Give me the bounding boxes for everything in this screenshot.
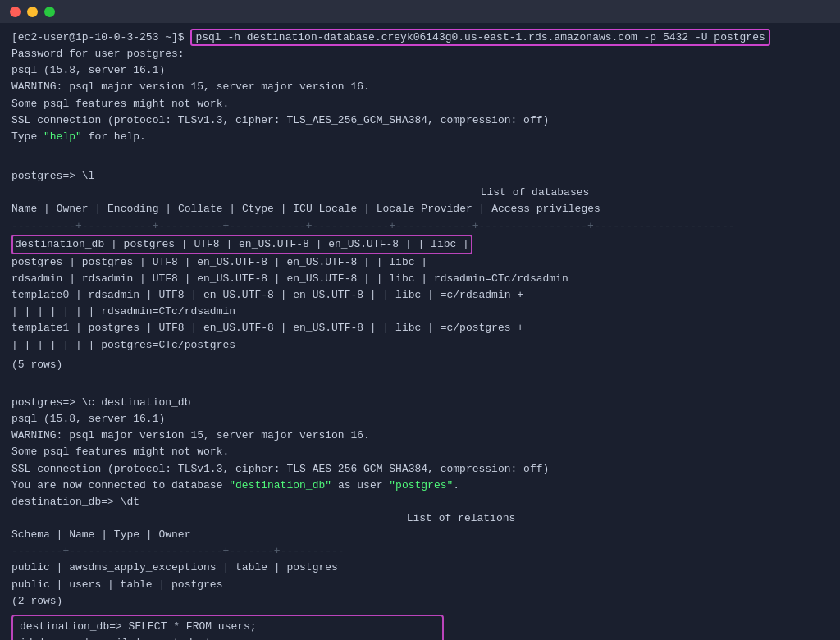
- connect-db-name: "destination_db": [229, 479, 331, 491]
- help-line: Type "help" for help.: [11, 129, 829, 145]
- rel-rows-count: (2 rows): [11, 593, 829, 610]
- psql-cmd-box: psql -h destination-database.creyk06i43g…: [190, 29, 769, 46]
- connect-now-mid: as user: [331, 479, 389, 491]
- template0-access-cont: | | | | | | | rdsadmin=CTc/rdsadmin: [11, 304, 829, 320]
- maximize-button[interactable]: [44, 7, 55, 17]
- terminal-window: [ec2-user@ip-10-0-3-253 ~]$ psql -h dest…: [0, 0, 840, 640]
- help-prefix: Type: [11, 130, 43, 143]
- connect-ssl: SSL connection (protocol: TLSv1.3, ciphe…: [11, 461, 829, 478]
- destination-db-row: destination_db | postgres | UTF8 | en_US…: [11, 235, 472, 254]
- list-command: postgres=> \l: [11, 168, 829, 185]
- postgres-row: postgres | postgres | UTF8 | en_US.UTF-8…: [11, 254, 829, 271]
- template1-access-cont: | | | | | | | postgres=CTc/postgres: [11, 337, 829, 354]
- ssl-line: SSL connection (protocol: TLSv1.3, ciphe…: [11, 112, 829, 129]
- rel-row-2: public | users | table | postgres: [11, 577, 829, 593]
- connect-user: "postgres": [389, 479, 453, 491]
- blank-line1: [11, 152, 829, 168]
- db-header: Name | Owner | Encoding | Collate | Ctyp…: [11, 201, 829, 217]
- rdsadmin-row: rdsadmin | rdsadmin | UTF8 | en_US.UTF-8…: [11, 271, 829, 287]
- warning-line1: WARNING: psql major version 15, server m…: [11, 79, 829, 95]
- title-bar: [0, 0, 840, 23]
- connect-cmd: postgres=> \c destination_db: [11, 395, 829, 411]
- connect-now-end: .: [453, 479, 459, 491]
- first-command-line: [ec2-user@ip-10-0-3-253 ~]$ psql -h dest…: [11, 30, 829, 46]
- prompt-text: [ec2-user@ip-10-0-3-253 ~]$: [11, 31, 185, 43]
- blank-line2: [11, 378, 829, 395]
- relations-title: List of relations: [11, 510, 829, 527]
- help-suffix: for help.: [82, 130, 146, 143]
- template1-row: template1 | postgres | UTF8 | en_US.UTF-…: [11, 320, 829, 336]
- terminal-content: [ec2-user@ip-10-0-3-253 ~]$ psql -h dest…: [0, 23, 840, 640]
- connect-version: psql (15.8, server 16.1): [11, 411, 829, 427]
- password-line: Password for user postgres:: [11, 46, 829, 62]
- version-line: psql (15.8, server 16.1): [11, 62, 829, 79]
- help-word: "help": [43, 130, 82, 143]
- db-separator: ----------+-----------+----------+------…: [11, 218, 829, 235]
- rel-separator: --------+------------------------+------…: [11, 543, 829, 560]
- minimize-button[interactable]: [27, 7, 38, 17]
- rel-header: Schema | Name | Type | Owner: [11, 527, 829, 543]
- connect-now-line: You are now connected to database "desti…: [11, 478, 829, 494]
- select-cmd: destination_db=> SELECT * FROM users;: [20, 619, 436, 635]
- db-rows-count: (5 rows): [11, 357, 829, 373]
- warning-line2: Some psql features might not work.: [11, 96, 829, 112]
- close-button[interactable]: [10, 7, 21, 17]
- list-title: List of databases: [11, 185, 829, 201]
- rel-row-1: public | awsdms_apply_exceptions | table…: [11, 560, 829, 576]
- select-section: destination_db=> SELECT * FROM users; id…: [11, 615, 444, 640]
- col-name-header: Name | Owner | Encoding | Collate | Ctyp…: [11, 203, 600, 215]
- dt-cmd: destination_db=> \dt: [11, 494, 829, 510]
- template0-row: template0 | rdsadmin | UTF8 | en_US.UTF-…: [11, 287, 829, 304]
- connect-now-prefix: You are now connected to database: [11, 479, 229, 491]
- users-header: id | name | email | created_at: [20, 635, 436, 640]
- connect-warning1: WARNING: psql major version 15, server m…: [11, 427, 829, 444]
- connect-warning2: Some psql features might not work.: [11, 444, 829, 460]
